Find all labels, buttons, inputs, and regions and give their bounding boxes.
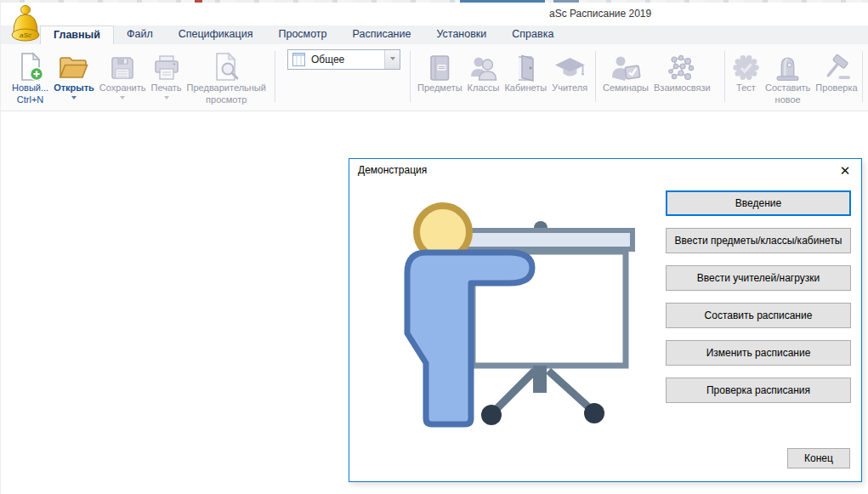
door-icon: [514, 48, 537, 82]
data-group: Предметы Классы: [415, 47, 590, 95]
graduation-cap-icon: [554, 48, 586, 82]
view-mode-combobox[interactable]: Общее: [287, 49, 400, 70]
close-icon[interactable]: ✕: [836, 162, 854, 179]
seminars-button[interactable]: Семинары: [600, 47, 651, 95]
seminar-person-icon: [610, 48, 642, 82]
tab-main[interactable]: Главный: [40, 26, 114, 44]
gavel-icon: [822, 48, 852, 82]
dialog-button-column: Введение Ввести предметы/классы/кабинеты…: [666, 190, 851, 403]
asc-bell-logo: aSc: [8, 3, 43, 44]
svg-text:aSc: aSc: [20, 31, 31, 39]
dialog-button-enter-teachers-loads[interactable]: Ввести учителей/нагрузки: [666, 265, 851, 291]
subjects-label: Предметы: [417, 82, 462, 94]
open-folder-icon: [58, 48, 89, 82]
teachers-label: Учителя: [552, 82, 587, 94]
table-view-icon: [292, 53, 305, 66]
ribbon-group-separator: [595, 51, 596, 102]
chevron-down-icon: [390, 57, 395, 63]
siren-icon: [774, 48, 801, 82]
relationships-button[interactable]: Взаимосвязи: [651, 47, 713, 95]
floppy-disk-icon: [109, 48, 136, 82]
new-label: Новый...: [12, 82, 48, 94]
tab-timetable[interactable]: Расписание: [340, 26, 424, 44]
combo-dropdown-button[interactable]: [384, 50, 400, 69]
preview-label-line1: Предварительный: [187, 82, 266, 94]
ribbon-group-separator: [275, 51, 275, 102]
classrooms-label: Кабинеты: [504, 82, 547, 94]
ribbon-group-separator: [410, 51, 411, 102]
save-label: Сохранить: [99, 82, 146, 94]
relationships-label: Взаимосвязи: [654, 82, 711, 94]
teachers-button[interactable]: Учителя: [549, 47, 590, 95]
dialog-button-generate-timetable[interactable]: Составить расписание: [666, 303, 851, 328]
preview-label-line2: просмотр: [206, 94, 247, 105]
dialog-button-introduction[interactable]: Введение: [666, 190, 851, 216]
dialog-title: Демонстрация: [358, 164, 427, 176]
build-group: Тест Составить новое: [729, 47, 860, 107]
ribbon-group-separator: [724, 51, 725, 102]
classes-button[interactable]: Классы: [465, 47, 502, 95]
tab-options[interactable]: Установки: [423, 26, 499, 44]
test-button[interactable]: Тест: [729, 47, 763, 95]
book-icon: [428, 48, 451, 82]
tab-file[interactable]: Файл: [114, 26, 166, 44]
generate-label-line1: Составить: [765, 82, 810, 94]
view-mode-value: Общее: [311, 54, 344, 65]
generate-new-button[interactable]: Составить новое: [763, 47, 813, 107]
save-button[interactable]: Сохранить: [97, 47, 149, 104]
generate-label-line2: новое: [775, 94, 801, 105]
print-button[interactable]: Печать: [149, 47, 184, 104]
ribbon-toolbar: Новый... Ctrl+N Открыть: [1, 44, 868, 111]
tab-specification[interactable]: Спецификация: [166, 26, 266, 44]
classes-label: Классы: [468, 82, 500, 94]
open-label: Открыть: [54, 82, 94, 94]
classrooms-button[interactable]: Кабинеты: [502, 47, 549, 95]
badge-check-icon: [732, 48, 760, 82]
demonstration-dialog: Демонстрация ✕ Введение Ввести предметы/…: [349, 158, 862, 482]
chevron-down-icon: [164, 96, 169, 102]
verification-label: Проверка: [815, 82, 857, 94]
chevron-down-icon: [71, 96, 77, 102]
dialog-button-enter-subjects-classes-classrooms[interactable]: Ввести предметы/классы/кабинеты: [666, 228, 851, 253]
test-label: Тест: [736, 82, 756, 94]
verification-button[interactable]: Проверка: [813, 47, 859, 95]
ribbon-group-separator: [862, 51, 863, 102]
dialog-button-verify-timetable[interactable]: Проверка расписания: [666, 378, 851, 403]
window-title: aSc Расписание 2019: [549, 8, 651, 20]
dialog-button-modify-timetable[interactable]: Изменить расписание: [666, 340, 851, 366]
tab-view[interactable]: Просмотр: [265, 26, 339, 44]
print-preview-icon: [213, 48, 240, 82]
presentation-illustration: [382, 196, 662, 443]
printer-icon: [152, 48, 181, 82]
subjects-button[interactable]: Предметы: [415, 47, 465, 95]
open-button[interactable]: Открыть: [51, 47, 97, 104]
file-group: Новый... Ctrl+N Открыть: [9, 47, 269, 107]
tab-help[interactable]: Справка: [499, 26, 566, 44]
print-label: Печать: [151, 82, 182, 94]
seminars-label: Семинары: [603, 82, 649, 94]
dialog-end-button[interactable]: Конец: [787, 448, 850, 468]
new-button[interactable]: Новый... Ctrl+N: [9, 47, 51, 107]
print-preview-button[interactable]: Предварительный просмотр: [184, 47, 269, 107]
chevron-down-icon: [120, 96, 125, 102]
network-icon: [667, 48, 697, 82]
students-icon: [468, 48, 498, 82]
title-bar: aSc Расписание 2019: [1, 3, 868, 26]
extra-group: Семинары Взаимосвязи: [600, 47, 713, 95]
new-document-icon: [17, 48, 44, 82]
ribbon-tab-strip: Главный Файл Спецификация Просмотр Распи…: [1, 26, 868, 44]
new-shortcut: Ctrl+N: [17, 94, 43, 105]
app-window: aSc Расписание 2019 aSc Главный Файл Спе…: [0, 0, 868, 494]
